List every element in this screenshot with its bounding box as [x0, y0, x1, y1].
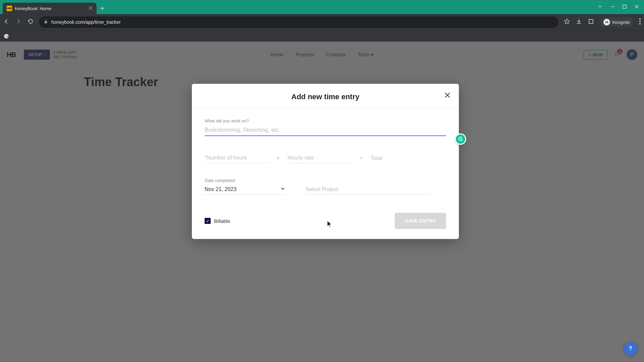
new-tab-button[interactable]: +	[101, 3, 104, 14]
calculation-row: × = Total	[205, 153, 446, 163]
svg-point-4	[607, 22, 608, 23]
billable-checkbox[interactable]: ✓ Billable	[205, 218, 230, 224]
grammarly-icon[interactable]: G	[455, 133, 466, 145]
project-select[interactable]: Select Project	[305, 184, 429, 195]
address-bar: honeybook.com/app/time_tracker Incognito	[0, 14, 644, 30]
google-bookmark-icon[interactable]	[3, 33, 9, 39]
svg-rect-2	[589, 19, 593, 23]
forward-icon[interactable]	[15, 18, 21, 26]
date-select[interactable]: Nov 21, 2023	[205, 184, 285, 195]
work-label: What did you work on?	[205, 118, 446, 123]
close-modal-button[interactable]	[444, 91, 451, 101]
download-icon[interactable]	[576, 18, 582, 26]
url-text: honeybook.com/app/time_tracker	[51, 19, 121, 25]
help-button[interactable]: ?	[624, 342, 637, 355]
save-entry-button[interactable]: SAVE ENTRY	[395, 213, 446, 229]
tab-title: HoneyBook: Home	[15, 6, 51, 11]
bookmark-star-icon[interactable]	[564, 18, 570, 26]
multiply-icon: ×	[276, 155, 279, 161]
bookmark-bar	[0, 30, 644, 42]
mouse-cursor	[327, 221, 332, 229]
work-input[interactable]	[205, 125, 446, 136]
extension-icon[interactable]	[588, 18, 594, 26]
chevron-down-icon[interactable]	[598, 4, 602, 10]
reload-icon[interactable]	[28, 18, 34, 26]
svg-point-7	[639, 23, 641, 24]
checkbox-icon: ✓	[205, 218, 211, 224]
url-input[interactable]: honeybook.com/app/time_tracker	[39, 16, 558, 28]
chevron-down-icon	[280, 186, 285, 192]
svg-point-3	[605, 22, 607, 23]
time-entry-modal: Add new time entry What did you work on?…	[192, 84, 459, 239]
date-label: Date completed	[205, 178, 285, 183]
close-window-icon[interactable]	[635, 4, 639, 10]
hours-input[interactable]	[205, 153, 268, 163]
menu-dots-icon[interactable]	[639, 18, 641, 26]
close-tab-icon[interactable]	[89, 6, 93, 11]
lock-icon	[44, 19, 48, 25]
modal-title: Add new time entry	[202, 93, 449, 101]
incognito-badge[interactable]: Incognito	[600, 17, 633, 27]
browser-tab[interactable]: HB HoneyBook: Home	[3, 3, 97, 14]
billable-label: Billable	[214, 218, 230, 224]
minimize-icon[interactable]	[610, 4, 614, 10]
app-viewport: HB SETUP › 2 DAYS LEFT SEE PRICING Home …	[0, 42, 644, 362]
svg-point-5	[639, 18, 641, 20]
incognito-icon	[603, 19, 610, 25]
back-icon[interactable]	[3, 18, 9, 26]
favicon-icon: HB	[7, 6, 12, 11]
browser-tab-strip: HB HoneyBook: Home +	[0, 0, 644, 14]
rate-input[interactable]	[287, 153, 351, 163]
equals-icon: =	[359, 155, 362, 161]
maximize-icon[interactable]	[623, 4, 627, 10]
svg-point-6	[639, 21, 641, 22]
total-label: Total	[371, 155, 382, 161]
window-controls	[598, 4, 641, 10]
svg-rect-1	[45, 21, 47, 23]
svg-rect-0	[623, 5, 626, 8]
date-value: Nov 21, 2023	[205, 186, 236, 192]
